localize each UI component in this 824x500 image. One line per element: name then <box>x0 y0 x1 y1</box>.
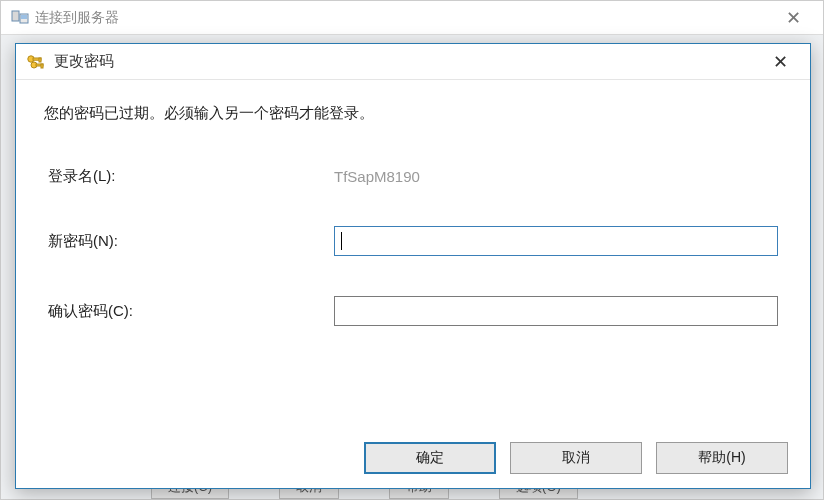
outer-title: 连接到服务器 <box>35 9 119 27</box>
text-caret <box>341 232 342 250</box>
ok-button[interactable]: 确定 <box>364 442 496 474</box>
dialog-message: 您的密码已过期。必须输入另一个密码才能登录。 <box>44 104 782 123</box>
dialog-body: 您的密码已过期。必须输入另一个密码才能登录。 登录名(L): TfSapM819… <box>16 80 810 326</box>
login-row: 登录名(L): TfSapM8190 <box>44 167 782 186</box>
close-icon: ✕ <box>786 7 801 29</box>
cancel-button[interactable]: 取消 <box>510 442 642 474</box>
help-button[interactable]: 帮助(H) <box>656 442 788 474</box>
close-icon: ✕ <box>773 51 788 73</box>
login-label: 登录名(L): <box>44 167 334 186</box>
change-password-dialog: 更改密码 ✕ 您的密码已过期。必须输入另一个密码才能登录。 登录名(L): Tf… <box>15 43 811 489</box>
dialog-footer: 确定 取消 帮助(H) <box>364 442 788 474</box>
confirm-password-input[interactable] <box>334 296 778 326</box>
svg-rect-8 <box>41 64 43 68</box>
dialog-close-button[interactable]: ✕ <box>760 48 800 76</box>
server-connect-icon <box>11 9 29 27</box>
svg-rect-5 <box>39 58 41 62</box>
dialog-titlebar: 更改密码 ✕ <box>16 44 810 80</box>
new-password-input[interactable] <box>334 226 778 256</box>
outer-titlebar: 连接到服务器 ✕ <box>1 1 823 35</box>
keys-icon <box>26 53 46 71</box>
new-password-row: 新密码(N): <box>44 226 782 256</box>
confirm-password-row: 确认密码(C): <box>44 296 782 326</box>
new-password-label: 新密码(N): <box>44 232 334 251</box>
svg-rect-0 <box>12 11 19 21</box>
outer-close-button[interactable]: ✕ <box>773 4 813 32</box>
confirm-password-label: 确认密码(C): <box>44 302 334 321</box>
dialog-title: 更改密码 <box>54 52 114 71</box>
svg-rect-2 <box>21 15 27 19</box>
login-value: TfSapM8190 <box>334 168 420 185</box>
outer-window: 连接到服务器 ✕ 连接(C) 取消 帮助 选项(O) <box>0 0 824 500</box>
